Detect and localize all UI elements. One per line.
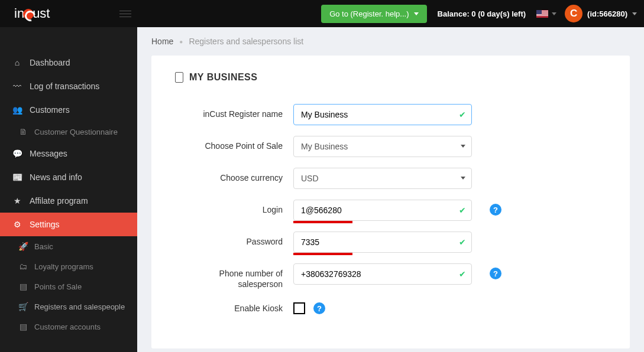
logo[interactable]: inust <box>0 0 137 27</box>
breadcrumb: Home ● Registers and salespersons list <box>137 27 644 56</box>
balance-text: Balance: 0 (0 day(s) left) <box>438 9 526 18</box>
sidebar-item-customers[interactable]: 👥Customers <box>0 98 137 122</box>
main: Home ● Registers and salespersons list M… <box>137 27 644 352</box>
help-icon[interactable]: ? <box>490 268 501 279</box>
home-icon: ⌂ <box>12 58 22 67</box>
password-input[interactable] <box>293 232 472 253</box>
kiosk-label: Enable Kiosk <box>175 303 293 314</box>
goto-dropdown-button[interactable]: Go to (Register. help...) <box>321 5 426 23</box>
logo-c-icon <box>23 9 34 19</box>
chevron-down-icon <box>632 12 637 15</box>
list-icon: ▤ <box>18 282 28 291</box>
goto-label: Go to (Register. help...) <box>329 9 409 18</box>
sidebar-item-log[interactable]: 〰Log of transactions <box>0 74 137 98</box>
sidebar-sub-basic[interactable]: 🚀Basic <box>0 236 137 256</box>
chevron-down-icon <box>414 12 419 15</box>
language-selector[interactable] <box>536 10 556 18</box>
news-icon: 📰 <box>12 172 22 182</box>
sidebar-sub-pos[interactable]: ▤Points of Sale <box>0 276 137 296</box>
list-icon: ▤ <box>18 322 28 331</box>
us-flag-icon <box>536 10 548 18</box>
login-input[interactable] <box>293 200 472 221</box>
rocket-icon: 🚀 <box>18 242 28 251</box>
caret-icon <box>461 177 465 180</box>
breadcrumb-home[interactable]: Home <box>151 37 173 46</box>
user-id-label: (id:566280) <box>587 9 627 18</box>
pos-label: Choose Point of Sale <box>175 136 293 151</box>
users-icon: 👥 <box>12 105 22 115</box>
login-highlight <box>293 221 352 223</box>
phone-label: Phone number of salesperson <box>175 263 293 289</box>
chart-icon: 〰 <box>12 82 22 91</box>
avatar: C <box>565 5 582 22</box>
gear-icon: ⚙ <box>12 220 22 229</box>
sidebar-item-messages[interactable]: 💬Messages <box>0 142 137 165</box>
sidebar-sub-loyalty[interactable]: 🗂Loyalty programs <box>0 256 137 276</box>
sidebar-item-settings[interactable]: ⚙Settings <box>0 213 137 236</box>
sidebar-sub-registers[interactable]: 🛒Registers and salespeople <box>0 296 137 317</box>
login-label: Login <box>175 200 293 215</box>
currency-label: Choose currency <box>175 168 293 183</box>
chevron-down-icon <box>552 12 556 15</box>
phone-input[interactable] <box>293 263 472 285</box>
header: inust Go to (Register. help...) Balance:… <box>0 0 644 27</box>
sidebar: ⌂Dashboard 〰Log of transactions 👥Custome… <box>0 27 137 352</box>
sidebar-item-dashboard[interactable]: ⌂Dashboard <box>0 51 137 74</box>
password-label: Password <box>175 232 293 247</box>
caret-icon <box>461 145 465 148</box>
menu-toggle-icon[interactable] <box>119 8 131 19</box>
register-name-input[interactable] <box>293 104 472 125</box>
breadcrumb-page: Registers and salespersons list <box>189 37 303 46</box>
help-icon[interactable]: ? <box>313 302 325 314</box>
sidebar-item-affiliate[interactable]: ★Affilate program <box>0 189 137 213</box>
cart-icon: 🛒 <box>18 302 28 311</box>
currency-select[interactable]: USD <box>293 168 472 189</box>
star-icon: ★ <box>12 196 22 206</box>
kiosk-checkbox[interactable] <box>293 302 305 314</box>
help-icon[interactable]: ? <box>490 204 501 216</box>
doc-icon: 🗎 <box>18 127 28 136</box>
breadcrumb-sep: ● <box>179 38 183 45</box>
sidebar-sub-questionnaire[interactable]: 🗎Customer Questionnaire <box>0 122 137 142</box>
register-name-label: inCust Register name <box>175 104 293 119</box>
form-panel: MY BUSINESS inCust Register name ✔ Choos… <box>151 56 630 348</box>
panel-header: MY BUSINESS <box>175 72 606 83</box>
user-menu[interactable]: C (id:566280) <box>565 5 637 22</box>
pos-select[interactable]: My Business <box>293 136 472 157</box>
folder-icon: 🗂 <box>18 262 28 271</box>
sidebar-item-news[interactable]: 📰News and info <box>0 165 137 189</box>
device-icon <box>175 72 183 83</box>
chat-icon: 💬 <box>12 149 22 158</box>
sidebar-sub-accounts[interactable]: ▤Customer accounts <box>0 317 137 337</box>
password-highlight <box>293 253 352 255</box>
panel-title: MY BUSINESS <box>189 72 257 83</box>
